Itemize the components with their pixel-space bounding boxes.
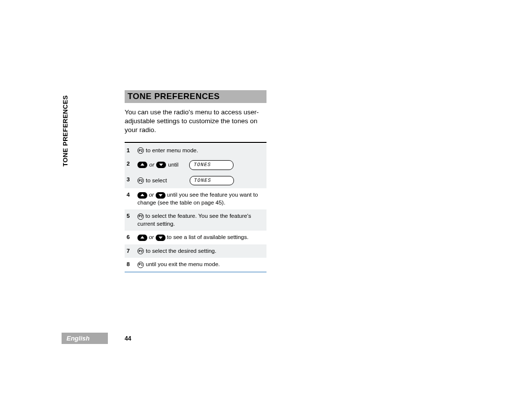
until-text: until bbox=[168, 161, 178, 169]
nav-down-icon bbox=[156, 162, 166, 168]
side-tab-label: TONE PREFERENCES bbox=[62, 95, 69, 167]
step-number: 4 bbox=[125, 191, 137, 199]
step-number: 3 bbox=[125, 176, 137, 184]
nav-up-icon bbox=[137, 162, 147, 168]
step-text: to see a list of available settings. bbox=[167, 234, 249, 240]
step-body: or until you see the feature you want to… bbox=[137, 191, 266, 206]
step-text: to select bbox=[146, 177, 167, 185]
section-heading: TONE PREFERENCES bbox=[125, 90, 266, 103]
manual-page: TONE PREFERENCES TONE PREFERENCES You ca… bbox=[62, 90, 273, 273]
step-number: 7 bbox=[125, 247, 137, 255]
nav-up-icon bbox=[137, 192, 147, 199]
step-number: 5 bbox=[125, 212, 137, 220]
step-body: P2 to select the desired setting. bbox=[137, 247, 266, 255]
display-readout: TONES bbox=[189, 160, 233, 170]
p2-button-icon: P2 bbox=[137, 248, 144, 254]
intro-paragraph: You can use the radio's menu to access u… bbox=[125, 108, 266, 135]
p2-button-icon: P2 bbox=[137, 177, 144, 184]
step-row: 5 P2 to select the feature. You see the … bbox=[125, 209, 266, 231]
step-body: P2 to select the feature. You see the fe… bbox=[137, 212, 266, 228]
p1-button-icon: P1 bbox=[137, 262, 144, 268]
page-number: 44 bbox=[125, 335, 131, 342]
step-row: 8 P1 until you exit the menu mode. bbox=[125, 258, 266, 272]
nav-down-icon bbox=[156, 192, 166, 199]
step-number: 2 bbox=[125, 160, 137, 168]
step-row: 6 or to see a list of available settings… bbox=[125, 231, 266, 244]
language-tab: English bbox=[62, 333, 108, 344]
step-body: P2 to select TONES bbox=[137, 176, 266, 186]
or-text: or bbox=[149, 161, 154, 169]
step-text: to select the desired setting. bbox=[146, 247, 216, 255]
step-text: to select the feature. You see the featu… bbox=[137, 213, 251, 227]
nav-up-icon bbox=[137, 235, 147, 241]
step-number: 1 bbox=[125, 147, 137, 155]
step-row: 7 P2 to select the desired setting. bbox=[125, 244, 266, 258]
display-readout: TONES bbox=[190, 176, 234, 186]
step-body: P2 to enter menu mode. bbox=[137, 147, 266, 155]
or-text: or bbox=[149, 234, 154, 240]
p2-button-icon: P2 bbox=[137, 147, 144, 154]
p2-button-icon: P2 bbox=[137, 213, 144, 220]
step-row: 1 P2 to enter menu mode. bbox=[125, 144, 266, 158]
step-body: or until TONES bbox=[137, 160, 266, 170]
step-row: 2 or until TONES bbox=[125, 157, 266, 173]
step-body: P1 until you exit the menu mode. bbox=[137, 261, 266, 269]
step-number: 8 bbox=[125, 261, 137, 269]
nav-down-icon bbox=[156, 235, 166, 241]
content-column: TONE PREFERENCES You can use the radio's… bbox=[125, 90, 266, 273]
step-number: 6 bbox=[125, 234, 137, 241]
or-text: or bbox=[149, 192, 154, 198]
step-row: 3 P2 to select TONES bbox=[125, 173, 266, 189]
step-text: until you exit the menu mode. bbox=[146, 261, 220, 269]
steps-table: 1 P2 to enter menu mode. 2 or until TONE… bbox=[125, 142, 266, 273]
step-body: or to see a list of available settings. bbox=[137, 234, 266, 241]
step-row: 4 or until you see the feature you want … bbox=[125, 188, 266, 209]
step-text: to enter menu mode. bbox=[146, 147, 198, 155]
